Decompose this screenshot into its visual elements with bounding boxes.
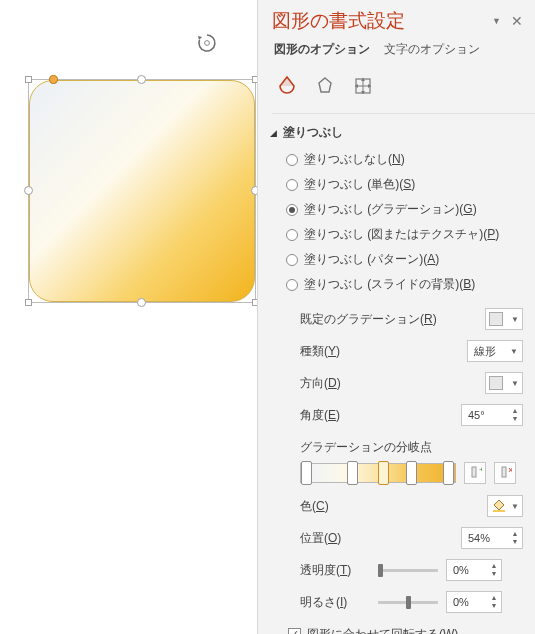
fill-gradient-radio[interactable]: 塗りつぶし (グラデーション)(G) — [272, 197, 523, 222]
spin-up[interactable]: ▲ — [489, 594, 499, 602]
gradient-type-label: 種類(Y) — [300, 343, 340, 360]
brightness-input[interactable]: 0% ▲▼ — [446, 591, 502, 613]
stop-color-dropdown[interactable]: ▼ — [487, 495, 523, 517]
canvas — [0, 0, 257, 634]
pane-options-dropdown[interactable]: ▼ — [492, 16, 501, 26]
gradient-stop-4[interactable] — [406, 461, 417, 485]
radio-icon — [286, 154, 298, 166]
selection-handle-n[interactable] — [137, 75, 146, 84]
gradient-type-value: 線形 — [474, 344, 496, 359]
brightness-label: 明るさ(I) — [300, 594, 370, 611]
fill-slidebg-label: 塗りつぶし (スライドの背景)(B) — [304, 276, 475, 293]
svg-text:+: + — [479, 466, 482, 474]
swatch-preview — [489, 312, 503, 326]
spin-down[interactable]: ▼ — [489, 570, 499, 578]
fill-none-label: 塗りつぶしなし(N) — [304, 151, 405, 168]
stop-position-input[interactable]: 54% ▲▼ — [461, 527, 523, 549]
svg-point-0 — [205, 41, 210, 46]
section-fill-label: 塗りつぶし — [283, 124, 343, 141]
radio-icon — [286, 254, 298, 266]
paint-bucket-icon — [491, 499, 507, 513]
slider-thumb[interactable] — [378, 564, 383, 577]
rotate-with-shape-checkbox[interactable]: 図形に合わせて回転する(W) — [272, 618, 523, 634]
gradient-stop-1[interactable] — [301, 461, 312, 485]
stop-position-label: 位置(O) — [300, 530, 341, 547]
stop-position-value: 54% — [468, 532, 490, 544]
svg-rect-3 — [472, 467, 476, 477]
remove-gradient-stop-button[interactable]: × — [494, 462, 516, 484]
transparency-slider[interactable] — [378, 569, 438, 572]
transparency-input[interactable]: 0% ▲▼ — [446, 559, 502, 581]
fill-solid-label: 塗りつぶし (単色)(S) — [304, 176, 415, 193]
svg-rect-7 — [493, 510, 505, 512]
svg-marker-1 — [319, 78, 331, 92]
format-shape-pane: 図形の書式設定 ▼ ✕ 図形のオプション 文字のオプション — [257, 0, 535, 634]
fill-none-radio[interactable]: 塗りつぶしなし(N) — [272, 147, 523, 172]
brightness-value: 0% — [453, 596, 469, 608]
section-fill-header[interactable]: ◢ 塗りつぶし — [270, 124, 523, 141]
rounded-rectangle-shape[interactable] — [29, 80, 255, 302]
gradient-angle-value: 45° — [468, 409, 485, 421]
tab-text-options[interactable]: 文字のオプション — [384, 42, 480, 61]
fill-picture-label: 塗りつぶし (図またはテクスチャ)(P) — [304, 226, 499, 243]
chevron-down-icon: ▼ — [511, 502, 519, 511]
gradient-stops-track[interactable] — [300, 463, 456, 483]
selection-handle-s[interactable] — [137, 298, 146, 307]
fill-pattern-radio[interactable]: 塗りつぶし (パターン)(A) — [272, 247, 523, 272]
shape-selection-bounds — [28, 79, 256, 303]
gradient-angle-label: 角度(E) — [300, 407, 340, 424]
svg-rect-5 — [502, 467, 506, 477]
spin-up[interactable]: ▲ — [510, 530, 520, 538]
stop-color-label: 色(C) — [300, 498, 329, 515]
fill-picture-radio[interactable]: 塗りつぶし (図またはテクスチャ)(P) — [272, 222, 523, 247]
radio-icon — [286, 204, 298, 216]
preset-gradient-dropdown[interactable]: ▼ — [485, 308, 523, 330]
checkbox-icon — [288, 628, 301, 634]
gradient-angle-input[interactable]: 45° ▲▼ — [461, 404, 523, 426]
gradient-stops-label: グラデーションの分岐点 — [272, 431, 523, 460]
chevron-down-icon: ▼ — [511, 315, 519, 324]
spin-down[interactable]: ▼ — [510, 538, 520, 546]
radio-icon — [286, 179, 298, 191]
chevron-down-icon: ▼ — [511, 379, 519, 388]
gradient-stop-3[interactable] — [378, 461, 389, 485]
category-size-properties-icon[interactable] — [350, 73, 376, 99]
fill-gradient-label: 塗りつぶし (グラデーション)(G) — [304, 201, 477, 218]
spin-up[interactable]: ▲ — [510, 407, 520, 415]
spin-down[interactable]: ▼ — [510, 415, 520, 423]
category-effects-icon[interactable] — [312, 73, 338, 99]
gradient-direction-label: 方向(D) — [300, 375, 341, 392]
category-fill-line-icon[interactable] — [274, 73, 300, 99]
tab-shape-options[interactable]: 図形のオプション — [274, 42, 370, 61]
slider-thumb[interactable] — [406, 596, 411, 609]
fill-pattern-label: 塗りつぶし (パターン)(A) — [304, 251, 439, 268]
gradient-type-dropdown[interactable]: 線形▼ — [467, 340, 523, 362]
spin-up[interactable]: ▲ — [489, 562, 499, 570]
radio-icon — [286, 229, 298, 241]
transparency-value: 0% — [453, 564, 469, 576]
gradient-stop-5[interactable] — [443, 461, 454, 485]
selection-handle-w[interactable] — [24, 186, 33, 195]
gradient-direction-dropdown[interactable]: ▼ — [485, 372, 523, 394]
transparency-label: 透明度(T) — [300, 562, 370, 579]
add-gradient-stop-button[interactable]: + — [464, 462, 486, 484]
pane-title: 図形の書式設定 — [272, 8, 405, 34]
spin-down[interactable]: ▼ — [489, 602, 499, 610]
selection-handle-nw[interactable] — [25, 76, 32, 83]
rotate-with-shape-label: 図形に合わせて回転する(W) — [307, 626, 458, 634]
gradient-stop-2[interactable] — [347, 461, 358, 485]
collapse-triangle-icon: ◢ — [270, 128, 277, 138]
swatch-preview — [489, 376, 503, 390]
preset-gradient-label: 既定のグラデーション(R) — [300, 311, 437, 328]
chevron-down-icon: ▼ — [510, 347, 518, 356]
rotate-handle[interactable] — [196, 32, 218, 54]
pane-close-button[interactable]: ✕ — [511, 13, 523, 29]
fill-solid-radio[interactable]: 塗りつぶし (単色)(S) — [272, 172, 523, 197]
fill-slidebg-radio[interactable]: 塗りつぶし (スライドの背景)(B) — [272, 272, 523, 297]
radio-icon — [286, 279, 298, 291]
selection-handle-sw[interactable] — [25, 299, 32, 306]
brightness-slider[interactable] — [378, 601, 438, 604]
svg-text:×: × — [508, 466, 512, 475]
